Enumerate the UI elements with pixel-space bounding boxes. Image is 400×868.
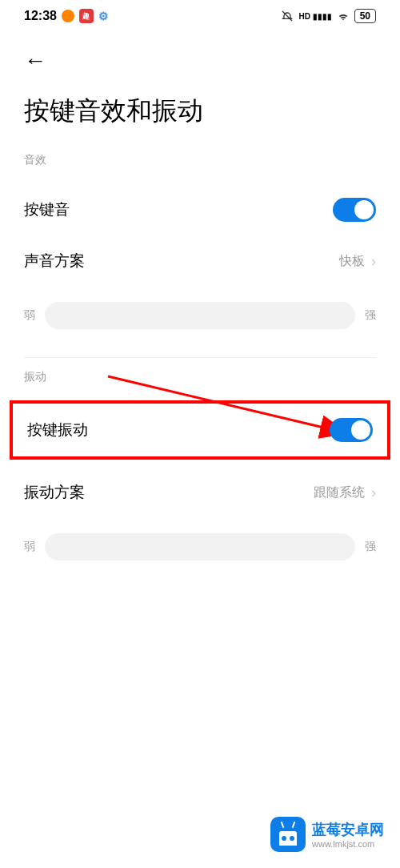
slider-max-label: 强 bbox=[365, 308, 376, 323]
status-time: 12:38 bbox=[24, 9, 57, 23]
page-title: 按键音效和振动 bbox=[0, 82, 400, 153]
wifi-icon bbox=[337, 10, 350, 22]
watermark-title: 蓝莓安卓网 bbox=[312, 820, 384, 839]
section-label-sound: 音效 bbox=[0, 153, 400, 167]
setting-sound-scheme[interactable]: 声音方案 快板 › bbox=[0, 236, 400, 286]
vibration-slider-row: 弱 强 bbox=[0, 517, 400, 577]
divider bbox=[24, 357, 376, 358]
watermark-url: www.lmkjst.com bbox=[312, 839, 384, 849]
watermark-logo-icon bbox=[270, 817, 306, 852]
setting-label: 按键振动 bbox=[27, 420, 88, 440]
mute-icon bbox=[281, 10, 294, 22]
toggle-keypress-vibration[interactable] bbox=[330, 418, 373, 442]
vibration-slider[interactable] bbox=[45, 533, 355, 561]
chevron-right-icon: › bbox=[371, 484, 376, 501]
chevron-right-icon: › bbox=[371, 253, 376, 270]
sound-slider[interactable] bbox=[45, 302, 355, 329]
setting-value: 跟随系统 › bbox=[314, 484, 376, 501]
status-left: 12:38 趣 ⚙ bbox=[24, 9, 109, 23]
setting-keypress-vibration[interactable]: 按键振动 bbox=[13, 404, 387, 456]
setting-vibration-scheme[interactable]: 振动方案 跟随系统 › bbox=[0, 468, 400, 517]
setting-label: 声音方案 bbox=[24, 251, 85, 271]
watermark-text: 蓝莓安卓网 www.lmkjst.com bbox=[312, 820, 384, 849]
weibo-icon bbox=[62, 10, 74, 22]
setting-keypress-sound[interactable]: 按键音 bbox=[0, 183, 400, 236]
highlight-annotation: 按键振动 bbox=[10, 400, 390, 460]
slider-max-label: 强 bbox=[365, 540, 376, 554]
setting-label: 振动方案 bbox=[24, 482, 85, 503]
setting-label: 按键音 bbox=[24, 199, 70, 220]
back-button[interactable]: ← bbox=[24, 48, 46, 73]
section-label-vibration: 振动 bbox=[0, 370, 400, 384]
toggle-keypress-sound[interactable] bbox=[333, 198, 376, 222]
status-bar: 12:38 趣 ⚙ HD ▮▮▮▮ 50 bbox=[0, 0, 400, 32]
setting-value: 快板 › bbox=[339, 253, 376, 270]
slider-min-label: 弱 bbox=[24, 540, 35, 554]
sound-slider-row: 弱 强 bbox=[0, 286, 400, 345]
app-badge-icon: 趣 bbox=[79, 9, 94, 23]
nav-bar: ← bbox=[0, 32, 400, 82]
slider-min-label: 弱 bbox=[24, 308, 35, 323]
status-right: HD ▮▮▮▮ 50 bbox=[281, 9, 376, 23]
signal-icon: HD ▮▮▮▮ bbox=[298, 12, 331, 21]
battery-icon: 50 bbox=[354, 9, 376, 23]
paw-icon: ⚙ bbox=[98, 10, 109, 22]
watermark: 蓝莓安卓网 www.lmkjst.com bbox=[270, 817, 384, 852]
